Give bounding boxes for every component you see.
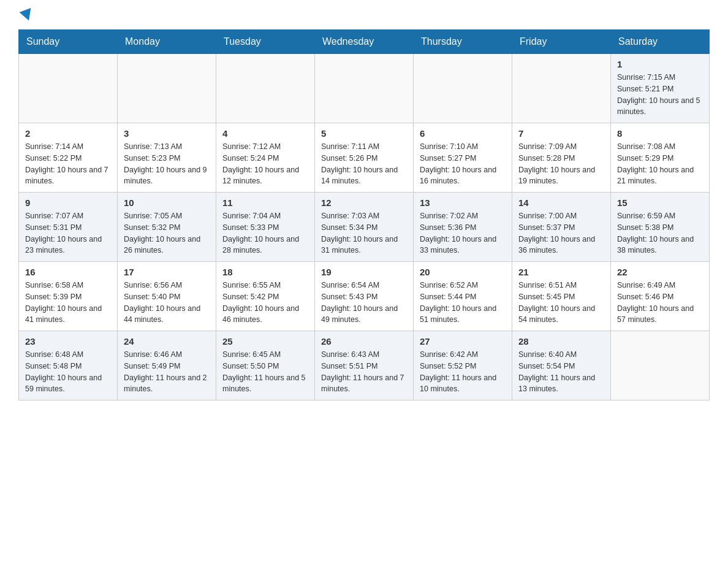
calendar-header-sunday: Sunday xyxy=(19,30,118,54)
day-info: Sunrise: 6:52 AM Sunset: 5:44 PM Dayligh… xyxy=(420,280,506,326)
calendar-day-24: 24Sunrise: 6:46 AM Sunset: 5:49 PM Dayli… xyxy=(118,331,216,400)
day-info: Sunrise: 7:02 AM Sunset: 5:36 PM Dayligh… xyxy=(420,210,506,256)
calendar-week-row: 9Sunrise: 7:07 AM Sunset: 5:31 PM Daylig… xyxy=(19,193,710,262)
day-info: Sunrise: 7:12 AM Sunset: 5:24 PM Dayligh… xyxy=(222,141,308,187)
calendar-day-18: 18Sunrise: 6:55 AM Sunset: 5:42 PM Dayli… xyxy=(216,262,315,331)
day-number: 8 xyxy=(617,128,703,139)
calendar-day-15: 15Sunrise: 6:59 AM Sunset: 5:38 PM Dayli… xyxy=(611,193,710,262)
calendar-day-26: 26Sunrise: 6:43 AM Sunset: 5:51 PM Dayli… xyxy=(315,331,414,400)
day-info: Sunrise: 6:48 AM Sunset: 5:48 PM Dayligh… xyxy=(25,349,111,395)
day-number: 13 xyxy=(420,197,506,208)
day-number: 2 xyxy=(25,128,111,139)
calendar-day-25: 25Sunrise: 6:45 AM Sunset: 5:50 PM Dayli… xyxy=(216,331,315,400)
calendar-week-row: 16Sunrise: 6:58 AM Sunset: 5:39 PM Dayli… xyxy=(19,262,710,331)
day-info: Sunrise: 7:08 AM Sunset: 5:29 PM Dayligh… xyxy=(617,141,703,187)
day-info: Sunrise: 7:09 AM Sunset: 5:28 PM Dayligh… xyxy=(518,141,604,187)
day-number: 24 xyxy=(124,336,210,347)
day-info: Sunrise: 7:15 AM Sunset: 5:21 PM Dayligh… xyxy=(617,72,703,118)
day-number: 5 xyxy=(321,128,407,139)
day-number: 1 xyxy=(617,59,703,69)
calendar-day-17: 17Sunrise: 6:56 AM Sunset: 5:40 PM Dayli… xyxy=(118,262,216,331)
day-number: 7 xyxy=(518,128,604,139)
calendar-day-27: 27Sunrise: 6:42 AM Sunset: 5:52 PM Dayli… xyxy=(414,331,512,400)
calendar-day-16: 16Sunrise: 6:58 AM Sunset: 5:39 PM Dayli… xyxy=(19,262,118,331)
day-info: Sunrise: 7:10 AM Sunset: 5:27 PM Dayligh… xyxy=(420,141,506,187)
calendar-day-20: 20Sunrise: 6:52 AM Sunset: 5:44 PM Dayli… xyxy=(414,262,512,331)
day-number: 25 xyxy=(222,336,308,347)
day-number: 12 xyxy=(321,197,407,208)
calendar-header-monday: Monday xyxy=(118,30,216,54)
calendar-day-8: 8Sunrise: 7:08 AM Sunset: 5:29 PM Daylig… xyxy=(611,123,710,193)
day-number: 3 xyxy=(124,128,210,139)
calendar-day-7: 7Sunrise: 7:09 AM Sunset: 5:28 PM Daylig… xyxy=(512,123,611,193)
calendar-header-saturday: Saturday xyxy=(611,30,710,54)
day-info: Sunrise: 7:05 AM Sunset: 5:32 PM Dayligh… xyxy=(124,210,210,256)
day-info: Sunrise: 6:46 AM Sunset: 5:49 PM Dayligh… xyxy=(124,349,210,395)
day-number: 19 xyxy=(321,267,407,277)
day-number: 10 xyxy=(124,197,210,208)
calendar-day-22: 22Sunrise: 6:49 AM Sunset: 5:46 PM Dayli… xyxy=(611,262,710,331)
day-info: Sunrise: 6:49 AM Sunset: 5:46 PM Dayligh… xyxy=(617,280,703,326)
day-number: 28 xyxy=(518,336,604,347)
day-info: Sunrise: 7:07 AM Sunset: 5:31 PM Dayligh… xyxy=(25,210,111,256)
calendar-empty-cell xyxy=(512,54,611,123)
day-info: Sunrise: 6:51 AM Sunset: 5:45 PM Dayligh… xyxy=(518,280,604,326)
day-info: Sunrise: 6:55 AM Sunset: 5:42 PM Dayligh… xyxy=(222,280,308,326)
day-info: Sunrise: 7:11 AM Sunset: 5:26 PM Dayligh… xyxy=(321,141,407,187)
day-number: 23 xyxy=(25,336,111,347)
calendar-empty-cell xyxy=(216,54,315,123)
calendar-header-friday: Friday xyxy=(512,30,611,54)
day-number: 16 xyxy=(25,267,111,277)
calendar-week-row: 2Sunrise: 7:14 AM Sunset: 5:22 PM Daylig… xyxy=(19,123,710,193)
day-info: Sunrise: 6:45 AM Sunset: 5:50 PM Dayligh… xyxy=(222,349,308,395)
calendar-week-row: 1Sunrise: 7:15 AM Sunset: 5:21 PM Daylig… xyxy=(19,54,710,123)
day-info: Sunrise: 7:14 AM Sunset: 5:22 PM Dayligh… xyxy=(25,141,111,187)
calendar-day-5: 5Sunrise: 7:11 AM Sunset: 5:26 PM Daylig… xyxy=(315,123,414,193)
calendar-header-row: SundayMondayTuesdayWednesdayThursdayFrid… xyxy=(19,30,710,54)
calendar-day-4: 4Sunrise: 7:12 AM Sunset: 5:24 PM Daylig… xyxy=(216,123,315,193)
calendar-day-28: 28Sunrise: 6:40 AM Sunset: 5:54 PM Dayli… xyxy=(512,331,611,400)
day-info: Sunrise: 7:00 AM Sunset: 5:37 PM Dayligh… xyxy=(518,210,604,256)
day-info: Sunrise: 6:43 AM Sunset: 5:51 PM Dayligh… xyxy=(321,349,407,395)
day-info: Sunrise: 6:40 AM Sunset: 5:54 PM Dayligh… xyxy=(518,349,604,395)
day-info: Sunrise: 6:56 AM Sunset: 5:40 PM Dayligh… xyxy=(124,280,210,326)
day-info: Sunrise: 6:59 AM Sunset: 5:38 PM Dayligh… xyxy=(617,210,703,256)
calendar-header-tuesday: Tuesday xyxy=(216,30,315,54)
day-number: 20 xyxy=(420,267,506,277)
day-info: Sunrise: 7:04 AM Sunset: 5:33 PM Dayligh… xyxy=(222,210,308,256)
calendar-day-12: 12Sunrise: 7:03 AM Sunset: 5:34 PM Dayli… xyxy=(315,193,414,262)
calendar-day-1: 1Sunrise: 7:15 AM Sunset: 5:21 PM Daylig… xyxy=(611,54,710,123)
day-number: 26 xyxy=(321,336,407,347)
day-number: 15 xyxy=(617,197,703,208)
calendar-day-2: 2Sunrise: 7:14 AM Sunset: 5:22 PM Daylig… xyxy=(19,123,118,193)
calendar-day-3: 3Sunrise: 7:13 AM Sunset: 5:23 PM Daylig… xyxy=(118,123,216,193)
day-number: 27 xyxy=(420,336,506,347)
calendar-day-9: 9Sunrise: 7:07 AM Sunset: 5:31 PM Daylig… xyxy=(19,193,118,262)
calendar-header-thursday: Thursday xyxy=(414,30,512,54)
day-info: Sunrise: 6:42 AM Sunset: 5:52 PM Dayligh… xyxy=(420,349,506,395)
day-info: Sunrise: 6:58 AM Sunset: 5:39 PM Dayligh… xyxy=(25,280,111,326)
calendar-empty-cell xyxy=(118,54,216,123)
calendar-day-14: 14Sunrise: 7:00 AM Sunset: 5:37 PM Dayli… xyxy=(512,193,611,262)
calendar-day-21: 21Sunrise: 6:51 AM Sunset: 5:45 PM Dayli… xyxy=(512,262,611,331)
day-number: 11 xyxy=(222,197,308,208)
calendar-empty-cell xyxy=(19,54,118,123)
calendar-empty-cell xyxy=(414,54,512,123)
day-number: 9 xyxy=(25,197,111,208)
day-number: 6 xyxy=(420,128,506,139)
calendar-day-11: 11Sunrise: 7:04 AM Sunset: 5:33 PM Dayli… xyxy=(216,193,315,262)
calendar-week-row: 23Sunrise: 6:48 AM Sunset: 5:48 PM Dayli… xyxy=(19,331,710,400)
day-info: Sunrise: 7:13 AM Sunset: 5:23 PM Dayligh… xyxy=(124,141,210,187)
day-number: 22 xyxy=(617,267,703,277)
calendar-day-10: 10Sunrise: 7:05 AM Sunset: 5:32 PM Dayli… xyxy=(118,193,216,262)
calendar-day-6: 6Sunrise: 7:10 AM Sunset: 5:27 PM Daylig… xyxy=(414,123,512,193)
calendar-day-13: 13Sunrise: 7:02 AM Sunset: 5:36 PM Dayli… xyxy=(414,193,512,262)
day-number: 17 xyxy=(124,267,210,277)
day-number: 21 xyxy=(518,267,604,277)
day-info: Sunrise: 7:03 AM Sunset: 5:34 PM Dayligh… xyxy=(321,210,407,256)
page-header xyxy=(18,12,710,23)
day-info: Sunrise: 6:54 AM Sunset: 5:43 PM Dayligh… xyxy=(321,280,407,326)
logo xyxy=(18,12,33,23)
calendar-day-23: 23Sunrise: 6:48 AM Sunset: 5:48 PM Dayli… xyxy=(19,331,118,400)
day-number: 4 xyxy=(222,128,308,139)
